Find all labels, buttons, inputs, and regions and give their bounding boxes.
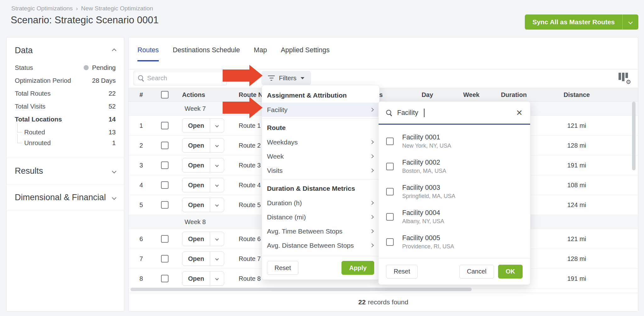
- row-checkbox[interactable]: [161, 181, 169, 189]
- menu-item[interactable]: Facility: [262, 103, 379, 117]
- facility-option[interactable]: Facility 0003 Springfield, MA, USA: [379, 179, 530, 204]
- facility-checkbox[interactable]: [386, 138, 394, 145]
- facility-option[interactable]: Facility 0005 Providence, RI, USA: [379, 229, 530, 255]
- menu-item[interactable]: Week: [262, 149, 379, 163]
- open-button[interactable]: Open: [182, 271, 224, 286]
- search-box[interactable]: [134, 71, 227, 85]
- section-title: Results: [15, 166, 43, 176]
- open-button[interactable]: Open: [182, 118, 224, 133]
- tab[interactable]: Applied Settings: [281, 46, 330, 61]
- open-button-label: Open: [182, 252, 210, 266]
- col-distance[interactable]: Distance: [541, 91, 613, 99]
- column-settings-icon[interactable]: ⚙: [619, 73, 630, 83]
- open-button[interactable]: Open: [182, 138, 224, 153]
- menu-item[interactable]: Weekdays: [262, 135, 379, 149]
- facility-checkbox[interactable]: [386, 188, 394, 195]
- menu-item[interactable]: Duration (h): [262, 196, 379, 210]
- breadcrumb: Strategic Optimizations › New Strategic …: [11, 5, 153, 12]
- col-actions[interactable]: Actions: [176, 91, 229, 99]
- route-distance: 128 mi: [541, 255, 613, 262]
- horizontal-scrollbar[interactable]: [130, 288, 472, 291]
- menu-item[interactable]: Avg. Distance Between Stops: [262, 238, 379, 252]
- clear-search-icon[interactable]: ✕: [516, 109, 523, 117]
- row-checkbox[interactable]: [161, 142, 169, 149]
- menu-section-title: Duration & Distance Metrics: [267, 185, 355, 192]
- open-dropdown-toggle[interactable]: [210, 178, 224, 192]
- facility-option-text: Facility 0005 Providence, RI, USA: [402, 234, 454, 250]
- tab[interactable]: Destinations Schedule: [173, 46, 240, 61]
- chevron-down-icon: [112, 169, 116, 173]
- filters-reset-button[interactable]: Reset: [267, 261, 298, 275]
- week-group-label: Week 7: [185, 105, 206, 112]
- row-number: 2: [129, 142, 154, 149]
- open-dropdown-toggle[interactable]: [210, 158, 224, 172]
- sync-dropdown-toggle[interactable]: [623, 14, 638, 30]
- open-dropdown-toggle[interactable]: [210, 198, 224, 212]
- facility-cancel-button[interactable]: Cancel: [459, 265, 494, 279]
- open-dropdown-toggle[interactable]: [210, 138, 224, 152]
- route-distance: 108 mi: [541, 182, 613, 189]
- sync-all-button[interactable]: Sync All as Master Routes: [525, 14, 638, 30]
- open-button[interactable]: Open: [182, 178, 224, 192]
- facility-checkbox[interactable]: [386, 238, 394, 246]
- chevron-right-icon: [370, 168, 374, 172]
- select-all-checkbox[interactable]: [161, 91, 169, 99]
- menu-item-label: Distance (mi): [267, 213, 306, 221]
- filters-apply-button[interactable]: Apply: [341, 261, 374, 275]
- chevron-down-icon: [628, 20, 633, 24]
- route-distance: 191 mi: [541, 162, 613, 169]
- tab-bar: Routes Destinations Schedule Map Applied…: [137, 46, 330, 61]
- open-button[interactable]: Open: [182, 158, 224, 172]
- open-dropdown-toggle[interactable]: [210, 252, 224, 266]
- open-button[interactable]: Open: [182, 232, 224, 246]
- vertical-scrollbar[interactable]: [632, 102, 636, 170]
- data-row-value: 28 Days: [92, 77, 116, 84]
- section-header[interactable]: Dimensional & Financial: [15, 193, 116, 202]
- data-row-value-text: 14: [108, 116, 116, 123]
- facility-checkbox[interactable]: [386, 213, 394, 221]
- open-button[interactable]: Open: [182, 198, 224, 212]
- facility-reset-button[interactable]: Reset: [386, 265, 418, 279]
- row-checkbox[interactable]: [161, 255, 169, 262]
- row-checkbox[interactable]: [161, 161, 169, 169]
- facility-ok-button[interactable]: OK: [498, 265, 523, 279]
- col-week[interactable]: Week: [456, 91, 487, 99]
- col-number[interactable]: #: [129, 91, 154, 99]
- menu-item[interactable]: Distance (mi): [262, 210, 379, 224]
- status-dot: [84, 65, 89, 70]
- menu-section-title: Route: [267, 124, 286, 132]
- open-dropdown-toggle[interactable]: [210, 272, 224, 285]
- row-checkbox[interactable]: [161, 275, 169, 282]
- open-button[interactable]: Open: [182, 251, 224, 266]
- col-duration[interactable]: Duration: [487, 91, 541, 99]
- data-section-header[interactable]: Data: [15, 46, 116, 55]
- facility-option-text: Facility 0002 Boston, MA, USA: [402, 159, 446, 175]
- facility-option[interactable]: Facility 0002 Boston, MA, USA: [379, 154, 530, 179]
- facility-search-box[interactable]: Facility ✕: [379, 102, 530, 125]
- facility-name: Facility 0005: [402, 234, 454, 242]
- col-select: [154, 91, 176, 99]
- menu-item[interactable]: Visits: [262, 163, 379, 178]
- breadcrumb-section[interactable]: Strategic Optimizations: [11, 5, 73, 12]
- facility-option[interactable]: Facility 0001 New York, NY, USA: [379, 129, 530, 154]
- row-checkbox[interactable]: [161, 235, 169, 243]
- open-dropdown-toggle[interactable]: [210, 119, 224, 133]
- section-header[interactable]: Results: [15, 166, 116, 176]
- row-checkbox[interactable]: [161, 201, 169, 209]
- data-row-value: 13: [108, 128, 116, 136]
- facility-checkbox[interactable]: [386, 163, 394, 170]
- filters-button[interactable]: Filters: [261, 71, 311, 85]
- facility-search-input[interactable]: Facility: [397, 109, 418, 117]
- col-day[interactable]: Day: [399, 91, 456, 99]
- facility-option[interactable]: Facility 0004 Albany, NY, USA: [379, 204, 530, 229]
- week-group-label: Week 8: [185, 218, 206, 226]
- data-row-value: 14: [108, 116, 116, 123]
- collapsed-section: Dimensional & Financial: [7, 184, 124, 211]
- row-number: 8: [129, 275, 154, 282]
- row-checkbox[interactable]: [161, 122, 169, 129]
- search-input[interactable]: [147, 75, 222, 82]
- tab[interactable]: Map: [254, 46, 267, 61]
- tab[interactable]: Routes: [137, 46, 159, 61]
- open-dropdown-toggle[interactable]: [210, 232, 224, 246]
- menu-item[interactable]: Avg. Time Between Stops: [262, 224, 379, 238]
